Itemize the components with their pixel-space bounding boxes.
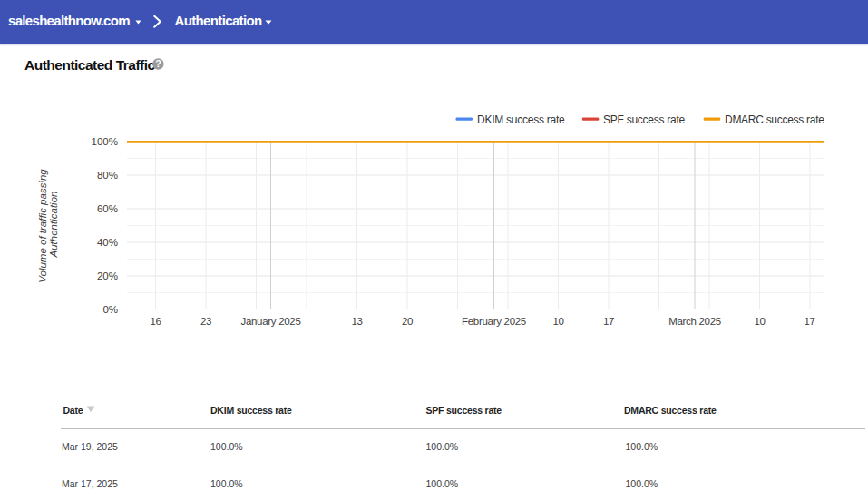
svg-text:SPF success rate: SPF success rate xyxy=(603,113,686,126)
svg-text:100%: 100% xyxy=(92,136,118,147)
svg-text:March 2025: March 2025 xyxy=(668,316,721,327)
svg-text:January 2025: January 2025 xyxy=(240,316,300,327)
svg-text:20%: 20% xyxy=(97,270,118,281)
svg-text:80%: 80% xyxy=(97,170,118,181)
svg-text:DKIM success rate: DKIM success rate xyxy=(477,113,565,126)
svg-text:Volume of traffic passing: Volume of traffic passing xyxy=(37,169,48,283)
svg-text:Authentication: Authentication xyxy=(48,192,59,259)
svg-text:13: 13 xyxy=(351,316,362,327)
svg-text:10: 10 xyxy=(754,316,765,327)
svg-text:0%: 0% xyxy=(102,304,118,315)
svg-text:10: 10 xyxy=(552,316,563,327)
svg-text:17: 17 xyxy=(804,316,814,327)
svg-text:February 2025: February 2025 xyxy=(462,316,526,327)
svg-text:40%: 40% xyxy=(97,237,118,248)
svg-text:16: 16 xyxy=(150,316,161,327)
svg-text:60%: 60% xyxy=(97,203,118,214)
svg-text:DMARC success rate: DMARC success rate xyxy=(725,113,824,126)
svg-text:17: 17 xyxy=(603,316,614,327)
svg-text:23: 23 xyxy=(200,316,211,327)
svg-text:20: 20 xyxy=(402,316,413,327)
